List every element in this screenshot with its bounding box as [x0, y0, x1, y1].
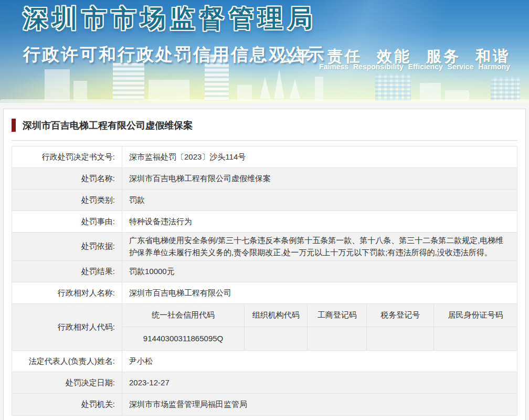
row-value: 深圳市百吉电梯工程有限公司虚假维保案	[122, 168, 517, 189]
col-header-credit-code: 统一社会信用代码	[122, 304, 245, 327]
ground-strip	[0, 99, 529, 103]
row-penalty-result: 处罚结果: 罚款10000元	[12, 261, 517, 282]
col-header-business-reg: 工商登记码	[308, 304, 367, 327]
tree-silhouette	[274, 69, 284, 99]
row-party-code: 行政相对人代码: 统一社会信用代码 组织机构代码 工商登记码 税务登记号 居民身…	[12, 304, 517, 351]
row-value: 尹小松	[122, 351, 517, 372]
party-code-table: 统一社会信用代码 组织机构代码 工商登记码 税务登记号 居民身份证号码 9144…	[122, 304, 517, 350]
col-header-org-code: 组织机构代码	[245, 304, 308, 327]
building-silhouette	[491, 77, 520, 101]
site-banner: 深圳市市场监督管理局 行政许可和行政处罚信用信息双公示 公平 责任 效能 服务 …	[0, 0, 529, 103]
penalty-info-table: 行政处罚决定书文号: 深市监福处罚〔2023〕沙头114号 处罚名称: 深圳市百…	[12, 146, 517, 416]
col-header-tax-reg: 税务登记号	[367, 304, 434, 327]
row-label: 处罚名称:	[12, 168, 122, 189]
building-silhouette	[45, 69, 70, 101]
row-penalty-reason: 处罚事由: 特种设备违法行为	[12, 211, 517, 233]
row-label: 处罚决定日期:	[12, 372, 122, 393]
row-value: 深市监福处罚〔2023〕沙头114号	[122, 146, 517, 167]
org-title: 深圳市市场监督管理局	[23, 2, 317, 35]
row-label: 处罚事由:	[12, 211, 122, 232]
row-label: 处罚依据:	[12, 233, 122, 260]
row-value: 罚款10000元	[122, 261, 517, 282]
row-penalty-basis: 处罚依据: 广东省电梯使用安全条例/第三十七条违反本条例第十五条第一款、第十八条…	[12, 233, 517, 261]
row-value: 罚款	[122, 190, 517, 211]
col-header-id-number: 居民身份证号码	[434, 304, 517, 327]
building-silhouette	[315, 77, 323, 101]
row-value: 深圳市市场监督管理局福田监管局	[122, 394, 517, 415]
row-penalty-category: 处罚类别: 罚款	[12, 190, 517, 211]
party-code-header-row: 统一社会信用代码 组织机构代码 工商登记码 税务登记号 居民身份证号码	[122, 304, 517, 327]
row-label: 处罚结果:	[12, 261, 122, 282]
row-value: 深圳市百吉电梯工程有限公司	[122, 282, 517, 303]
row-label: 处罚类别:	[12, 190, 122, 211]
credit-code-value: 91440300311865095Q	[122, 327, 245, 350]
row-label: 行政相对人名称:	[12, 282, 122, 303]
title-accent-bar	[12, 119, 16, 132]
case-title-row: 深圳市百吉电梯工程有限公司虚假维保案	[12, 119, 517, 141]
row-label: 处罚机关:	[12, 394, 122, 415]
row-label: 行政处罚决定书文号:	[12, 146, 122, 167]
row-value: 2023-12-27	[122, 372, 517, 393]
row-decision-date: 处罚决定日期: 2023-12-27	[12, 372, 517, 394]
row-legal-representative: 法定代表人(负责人)姓名: 尹小松	[12, 351, 517, 372]
building-silhouette	[237, 85, 252, 101]
tree-silhouette	[290, 79, 300, 99]
row-label: 法定代表人(负责人)姓名:	[12, 351, 122, 372]
tree-silhouette	[260, 77, 270, 99]
building-silhouette	[149, 80, 189, 101]
building-silhouette	[113, 63, 144, 101]
business-reg-value	[308, 327, 367, 350]
content-panel: 深圳市百吉电梯工程有限公司虚假维保案 行政处罚决定书文号: 深市监福处罚〔202…	[3, 109, 526, 420]
id-number-value	[434, 327, 517, 350]
building-silhouette	[375, 74, 411, 101]
party-code-value-row: 91440300311865095Q	[122, 327, 517, 350]
motto-english: Faimess Responsibility Efficiency Servic…	[319, 62, 510, 71]
row-value: 特种设备违法行为	[122, 211, 517, 232]
row-penalty-authority: 处罚机关: 深圳市市场监督管理局福田监管局	[12, 394, 517, 415]
page-title: 深圳市百吉电梯工程有限公司虚假维保案	[23, 119, 193, 132]
building-silhouette	[420, 83, 441, 101]
org-code-value	[245, 327, 308, 350]
tax-reg-value	[367, 327, 434, 350]
row-value: 广东省电梯使用安全条例/第三十七条违反本条例第十五条第一款、第十八条、第三十二条…	[122, 233, 517, 260]
row-decision-number: 行政处罚决定书文号: 深市监福处罚〔2023〕沙头114号	[12, 146, 517, 168]
row-penalty-name: 处罚名称: 深圳市百吉电梯工程有限公司虚假维保案	[12, 168, 517, 190]
building-silhouette	[73, 81, 87, 101]
row-party-name: 行政相对人名称: 深圳市百吉电梯工程有限公司	[12, 282, 517, 304]
row-label: 行政相对人代码:	[12, 304, 122, 350]
